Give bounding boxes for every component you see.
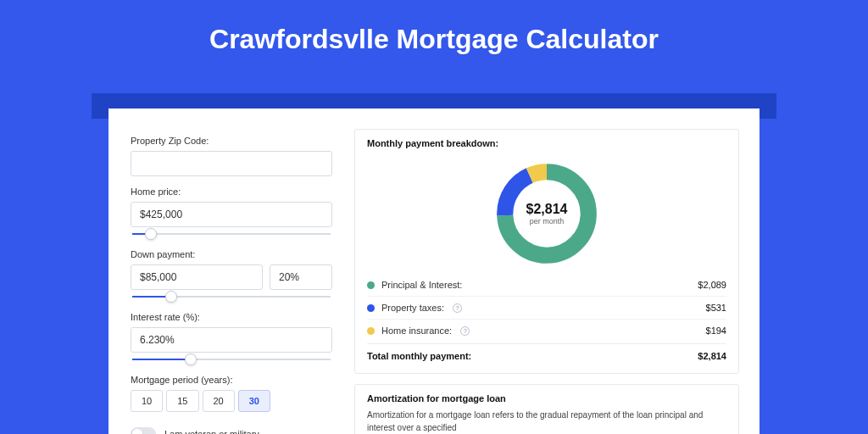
interest-rate-slider[interactable]	[131, 354, 332, 364]
donut-chart: $2,814 per month	[492, 159, 602, 269]
slider-thumb[interactable]	[185, 353, 197, 365]
period-option-15[interactable]: 15	[166, 390, 198, 412]
mortgage-period-group: 10152030	[131, 390, 332, 412]
page-title: Crawfordsvlle Mortgage Calculator	[0, 0, 868, 72]
total-label: Total monthly payment:	[367, 351, 471, 361]
legend-dot-icon	[367, 304, 375, 312]
legend-dot-icon	[367, 327, 375, 335]
period-option-10[interactable]: 10	[131, 390, 163, 412]
results-column: Monthly payment breakdown: $2,814 per mo…	[348, 108, 760, 434]
total-value: $2,814	[698, 351, 726, 361]
period-option-30[interactable]: 30	[238, 390, 270, 412]
legend-row-insurance: Home insurance:?$194	[367, 319, 726, 342]
mortgage-period-label: Mortgage period (years):	[131, 375, 332, 385]
total-row: Total monthly payment: $2,814	[367, 343, 726, 361]
info-icon[interactable]: ?	[460, 326, 470, 336]
down-payment-label: Down payment:	[131, 249, 332, 259]
legend-row-principal: Principal & Interest:$2,089	[367, 274, 726, 296]
zip-label: Property Zip Code:	[131, 136, 332, 146]
interest-rate-input[interactable]	[131, 327, 332, 353]
slider-track	[132, 233, 331, 235]
down-payment-slider[interactable]	[131, 292, 332, 302]
period-option-20[interactable]: 20	[203, 390, 235, 412]
home-price-input[interactable]	[131, 202, 332, 227]
down-payment-input[interactable]	[131, 264, 263, 290]
donut-sub: per month	[530, 217, 565, 225]
legend-label: Principal & Interest:	[381, 280, 462, 290]
calculator-card: Property Zip Code: Home price: Down paym…	[108, 108, 760, 434]
interest-rate-label: Interest rate (%):	[131, 312, 332, 322]
amortization-text: Amortization for a mortgage loan refers …	[367, 409, 726, 434]
breakdown-title: Monthly payment breakdown:	[367, 138, 726, 148]
slider-thumb[interactable]	[145, 228, 157, 240]
down-payment-pct-input[interactable]	[270, 264, 332, 290]
legend-dot-icon	[367, 281, 375, 289]
legend-row-taxes: Property taxes:?$531	[367, 296, 726, 319]
info-icon[interactable]: ?	[453, 303, 462, 313]
legend-label: Home insurance:	[381, 326, 452, 336]
legend-label: Property taxes:	[381, 303, 444, 313]
donut-amount: $2,814	[526, 202, 568, 217]
home-price-label: Home price:	[131, 186, 332, 197]
donut-chart-wrap: $2,814 per month	[367, 152, 726, 274]
legend-value: $194	[706, 326, 726, 336]
amortization-title: Amortization for mortgage loan	[367, 393, 726, 403]
donut-center: $2,814 per month	[492, 159, 602, 269]
legend-value: $531	[706, 303, 726, 313]
zip-input[interactable]	[131, 151, 332, 176]
form-column: Property Zip Code: Home price: Down paym…	[108, 108, 348, 434]
veteran-label: I am veteran or military	[164, 429, 259, 434]
slider-fill	[132, 359, 192, 360]
legend-value: $2,089	[698, 280, 726, 290]
home-price-slider[interactable]	[131, 229, 332, 239]
amortization-panel: Amortization for mortgage loan Amortizat…	[354, 384, 739, 434]
breakdown-panel: Monthly payment breakdown: $2,814 per mo…	[354, 129, 739, 374]
slider-thumb[interactable]	[165, 291, 177, 303]
veteran-toggle[interactable]	[131, 427, 156, 434]
